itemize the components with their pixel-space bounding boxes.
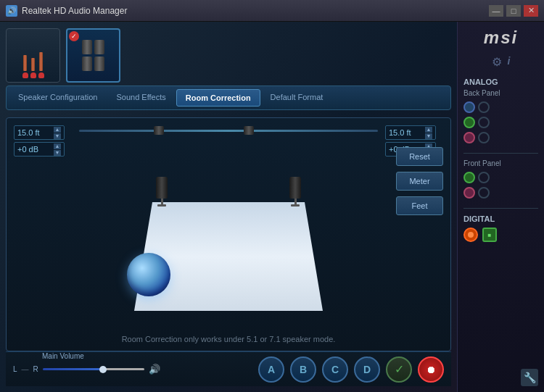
eq-button-c[interactable]: C: [322, 356, 348, 383]
divider-2: [463, 208, 538, 209]
stage-area: [14, 163, 443, 328]
left-spk-stand: [161, 199, 163, 204]
digital-label: DIGITAL: [463, 214, 538, 223]
left-dist-down[interactable]: ▼: [54, 133, 61, 139]
info-icon[interactable]: i: [508, 55, 511, 69]
divider-1: [463, 153, 538, 154]
back-jack-empty-1: [478, 101, 490, 113]
back-jack-green[interactable]: [463, 117, 475, 128]
four-speaker-icon: [79, 37, 107, 74]
digital-section: DIGITAL ■: [463, 214, 538, 242]
speaker-card-selected[interactable]: ✓: [66, 28, 120, 83]
check-button[interactable]: ✓: [386, 356, 412, 383]
msi-logo: msi: [484, 28, 518, 48]
front-panel-jacks-row1: [463, 172, 490, 183]
left-distance-spinbox[interactable]: 15.0 ft ▲ ▼: [14, 125, 65, 140]
note-text: Room Correction only works under 5.1 or …: [14, 335, 443, 343]
right-panel: msi ⚙ i ANALOG Back Panel Front Panel: [457, 22, 544, 392]
record-button[interactable]: ⏺: [418, 356, 444, 383]
window-controls: — □ ✕: [489, 5, 538, 17]
speaker-slider-track[interactable]: [79, 130, 378, 132]
spk-unit-2: [94, 40, 104, 54]
digital-jack-sq-inner: ■: [488, 232, 492, 238]
selected-badge: ✓: [69, 31, 79, 41]
right-spk-base: [291, 204, 300, 207]
right-dist-up[interactable]: ▲: [425, 127, 432, 133]
volume-slider[interactable]: [43, 368, 144, 370]
left-control-group: 15.0 ft ▲ ▼ +0 dB ▲ ▼: [14, 125, 72, 157]
minimize-button[interactable]: —: [489, 5, 503, 17]
dash-label: —: [22, 365, 29, 373]
digital-jack-square[interactable]: ■: [482, 228, 497, 242]
app-icon: 🔊: [6, 5, 17, 17]
back-panel-label: Back Panel: [463, 89, 500, 97]
panel-icons: ⚙ i: [492, 55, 511, 69]
front-jack-pink[interactable]: [463, 187, 475, 199]
speaker-card-plug[interactable]: [6, 28, 60, 83]
back-panel-jacks-row1: [463, 101, 490, 113]
device-icons-area: ✓: [6, 28, 451, 86]
right-spk-body: [289, 177, 301, 199]
eq-button-b[interactable]: B: [290, 356, 316, 383]
maximize-button[interactable]: □: [506, 5, 521, 17]
left-db-up[interactable]: ▲: [54, 143, 61, 149]
stage-visual: [127, 180, 330, 311]
volume-icon: 🔊: [149, 364, 160, 375]
control-buttons: A B C D ✓ ⏺: [258, 356, 444, 383]
room-correction-panel: 15.0 ft ▲ ▼ +0 dB ▲ ▼: [6, 117, 451, 351]
left-speaker-thumb[interactable]: [154, 126, 164, 136]
tab-bar: Speaker Configuration Sound Effects Room…: [6, 86, 451, 110]
eq-button-d[interactable]: D: [354, 356, 380, 383]
back-panel-jacks-row3: [463, 132, 490, 143]
left-db-down[interactable]: ▼: [54, 150, 61, 156]
speaker-slider-row: [79, 125, 378, 136]
back-jack-blue-1[interactable]: [463, 101, 475, 113]
settings-button[interactable]: 🔧: [521, 369, 538, 386]
tab-default-format[interactable]: Default Format: [262, 89, 332, 107]
digital-jack-optical[interactable]: [463, 228, 478, 242]
right-dist-down[interactable]: ▼: [425, 133, 432, 139]
r-label: R: [33, 365, 38, 373]
right-distance-spinbox[interactable]: 15.0 ft ▲ ▼: [385, 125, 436, 140]
front-jack-empty-1: [478, 172, 490, 183]
front-panel-jacks-row2: [463, 187, 490, 199]
volume-section: Main Volume L — R 🔊: [13, 364, 250, 375]
digital-jack-inner: [468, 232, 474, 238]
content-area: ✓ Speaker Configuration Sound Effects Ro…: [0, 22, 457, 392]
eq-button-a[interactable]: A: [258, 356, 284, 383]
front-jack-empty-2: [478, 187, 490, 199]
main-container: ✓ Speaker Configuration Sound Effects Ro…: [0, 22, 544, 392]
back-jack-pink[interactable]: [463, 132, 475, 143]
listener-orb: [127, 253, 170, 296]
gear-icon[interactable]: ⚙: [492, 55, 502, 69]
front-jack-green[interactable]: [463, 172, 475, 183]
spk-unit-1: [82, 40, 92, 54]
title-bar: 🔊 Realtek HD Audio Manager — □ ✕: [0, 0, 544, 22]
volume-label: Main Volume: [42, 352, 84, 360]
back-jack-empty-3: [478, 132, 490, 143]
left-spk-base: [157, 204, 166, 207]
back-panel-jacks-row2: [463, 117, 490, 128]
volume-thumb[interactable]: [99, 366, 107, 373]
spk-unit-3: [82, 57, 92, 71]
right-thumb-speaker: [244, 126, 254, 135]
left-dist-up[interactable]: ▲: [54, 127, 61, 133]
digital-jacks: ■: [463, 228, 538, 242]
front-panel-label: Front Panel: [463, 159, 501, 167]
svg-marker-0: [134, 202, 323, 311]
tab-sound-effects[interactable]: Sound Effects: [107, 89, 174, 107]
left-dist-arrows: ▲ ▼: [54, 127, 61, 139]
close-button[interactable]: ✕: [524, 5, 538, 17]
analog-label: ANALOG: [463, 78, 498, 86]
tab-speaker-config[interactable]: Speaker Configuration: [9, 89, 106, 107]
left-spk-body: [156, 177, 168, 199]
l-label: L: [13, 365, 17, 373]
tab-room-correction[interactable]: Room Correction: [176, 89, 260, 107]
right-speaker-thumb[interactable]: [244, 126, 254, 136]
left-db-arrows: ▲ ▼: [54, 143, 61, 156]
left-thumb-speaker: [154, 126, 164, 135]
bottom-bar: Main Volume L — R 🔊 A B C D ✓ ⏺: [6, 351, 451, 386]
back-jack-empty-2: [478, 117, 490, 128]
left-db-spinbox[interactable]: +0 dB ▲ ▼: [14, 142, 65, 157]
right-dist-arrows: ▲ ▼: [425, 127, 432, 139]
